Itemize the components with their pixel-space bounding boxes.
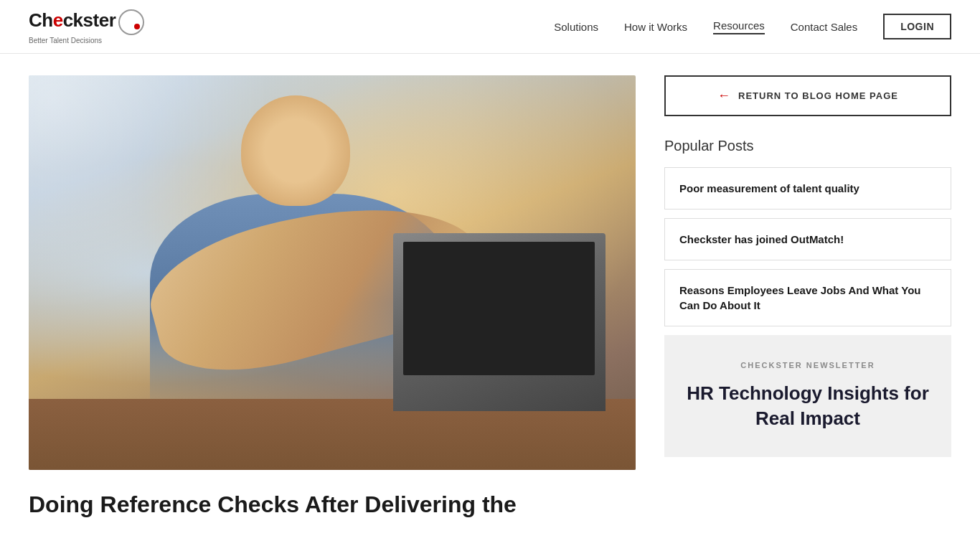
- article-title: Doing Reference Checks After Delivering …: [29, 490, 636, 520]
- main-layout: Doing Reference Checks After Delivering …: [0, 54, 980, 542]
- logo-tagline: Better Talent Decisions: [29, 37, 144, 44]
- nav-how-it-works[interactable]: How it Works: [624, 21, 687, 33]
- logo-circle-icon: [118, 9, 144, 35]
- nav-contact-sales[interactable]: Contact Sales: [791, 21, 857, 33]
- hero-image: [29, 75, 636, 470]
- laptop-screen: [403, 242, 595, 375]
- logo-text: Checkster: [29, 9, 144, 31]
- laptop-shape: [393, 233, 606, 411]
- newsletter-box: CHECKSTER NEWSLETTER HR Technology Insig…: [664, 335, 951, 457]
- popular-post-1[interactable]: Poor measurement of talent quality: [664, 167, 951, 209]
- popular-post-3[interactable]: Reasons Employees Leave Jobs And What Yo…: [664, 269, 951, 326]
- login-button[interactable]: LOGIN: [883, 14, 951, 39]
- post-2-title: Checkster has joined OutMatch!: [679, 232, 936, 247]
- post-1-title: Poor measurement of talent quality: [679, 181, 936, 196]
- head-shape: [241, 95, 350, 206]
- header: Checkster Better Talent Decisions Soluti…: [0, 0, 980, 54]
- logo[interactable]: Checkster Better Talent Decisions: [29, 9, 144, 44]
- post-3-title: Reasons Employees Leave Jobs And What Yo…: [679, 283, 936, 313]
- return-btn-label: RETURN TO BLOG HOME PAGE: [738, 90, 898, 101]
- content-area: Doing Reference Checks After Delivering …: [29, 75, 636, 520]
- popular-posts-heading: Popular Posts: [664, 138, 951, 154]
- nav-resources[interactable]: Resources: [713, 19, 765, 34]
- popular-post-2[interactable]: Checkster has joined OutMatch!: [664, 218, 951, 260]
- main-nav: Solutions How it Works Resources Contact…: [554, 14, 951, 39]
- sidebar: ← RETURN TO BLOG HOME PAGE Popular Posts…: [664, 75, 951, 520]
- hero-background: [29, 75, 636, 470]
- return-to-blog-button[interactable]: ← RETURN TO BLOG HOME PAGE: [664, 75, 951, 116]
- newsletter-label: CHECKSTER NEWSLETTER: [684, 361, 931, 369]
- newsletter-title: HR Technology Insights for Real Impact: [684, 381, 931, 431]
- arrow-left-icon: ←: [717, 88, 731, 103]
- nav-solutions[interactable]: Solutions: [554, 21, 598, 33]
